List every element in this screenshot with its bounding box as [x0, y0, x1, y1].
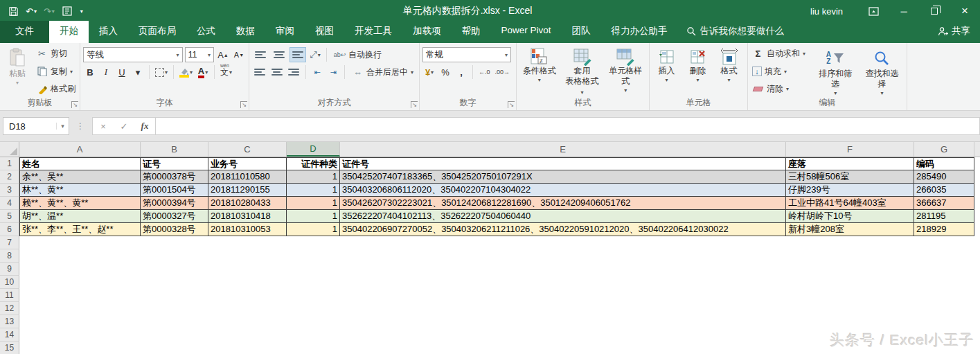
select-all-corner[interactable] — [0, 142, 19, 157]
tab-视图[interactable]: 视图 — [305, 21, 344, 43]
cell-B4[interactable]: 第0000394号 — [141, 197, 208, 210]
row-8-empty-area[interactable] — [19, 249, 980, 263]
row-header-12[interactable]: 12 — [0, 302, 19, 315]
column-header-B[interactable]: B — [141, 142, 208, 157]
formula-bar-splitter[interactable]: ⋮ — [69, 121, 92, 131]
row-6-empty-area[interactable] — [974, 223, 980, 236]
borders-button[interactable]: ▾ — [154, 64, 169, 80]
column-header-F[interactable]: F — [786, 142, 914, 157]
tab-页面布局[interactable]: 页面布局 — [128, 21, 186, 43]
cell-B3[interactable]: 第0001504号 — [141, 184, 208, 197]
row-4-empty-area[interactable] — [974, 197, 980, 210]
tab-得力办公助手[interactable]: 得力办公助手 — [601, 21, 678, 43]
tab-Power Pivot[interactable]: Power Pivot — [491, 21, 562, 43]
tab-帮助[interactable]: 帮助 — [452, 21, 491, 43]
insert-cells-button[interactable]: 插入 ▾ — [651, 45, 682, 98]
conditional-formatting-button[interactable]: ≠ 条件格式 ▾ — [518, 45, 561, 98]
close-button[interactable]: × — [950, 0, 980, 22]
cell-styles-button[interactable]: 单元格样式 ▾ — [603, 45, 648, 98]
user-name[interactable]: liu kevin — [810, 6, 843, 17]
fill-button[interactable]: ↓ 填充 ▾ — [749, 65, 812, 78]
undo-button[interactable]: ↶▾ — [26, 6, 37, 17]
format-painter-button[interactable]: 格式刷 — [33, 82, 78, 96]
phonetic-button[interactable]: wén文▾ — [219, 64, 233, 80]
cell-D5[interactable]: 1 — [287, 210, 340, 223]
column-header-G[interactable]: G — [914, 142, 974, 157]
restore-button[interactable] — [919, 0, 950, 22]
name-box[interactable]: D18 ▾ — [3, 117, 69, 135]
cell-C2[interactable]: 201811010580 — [208, 170, 287, 184]
decrease-indent-button[interactable]: ⇤ — [310, 64, 324, 80]
row-header-2[interactable]: 2 — [0, 170, 19, 184]
tab-插入[interactable]: 插入 — [89, 21, 128, 43]
alignment-dialog-launcher[interactable]: ↘ — [411, 101, 418, 108]
shrink-font-button[interactable]: A▼ — [232, 47, 246, 62]
minimize-button[interactable]: ─ — [889, 0, 919, 22]
customize-qat-button[interactable]: ▾ — [80, 8, 83, 15]
column-header-E[interactable]: E — [340, 142, 786, 157]
cell-C3[interactable]: 201811290155 — [208, 184, 287, 197]
cell-A4[interactable]: 赖**、黄**、黄** — [19, 197, 141, 210]
cell-A6[interactable]: 张**、李**、王**、赵** — [19, 223, 141, 236]
clear-button[interactable]: 清除 ▾ — [749, 82, 812, 96]
accounting-format-button[interactable]: ¥▾ — [422, 64, 436, 80]
cell-D1[interactable]: 证件种类 — [287, 157, 340, 170]
align-top-button[interactable] — [252, 47, 269, 62]
cell-E1[interactable]: 证件号 — [340, 157, 786, 170]
align-right-button[interactable] — [286, 64, 301, 80]
orientation-button[interactable]: ⤢▾ — [308, 47, 322, 62]
cell-A2[interactable]: 余**、吴** — [19, 170, 141, 184]
row-header-7[interactable]: 7 — [0, 236, 19, 249]
cell-B5[interactable]: 第0000327号 — [141, 210, 208, 223]
row-13-empty-area[interactable] — [19, 315, 980, 328]
number-format-combo[interactable]: 常规 ▾ — [422, 47, 511, 62]
column-header-D[interactable]: D — [287, 142, 340, 157]
cell-E2[interactable]: 350425207407183365、35042520750107291X — [340, 170, 786, 184]
number-dialog-launcher[interactable]: ↘ — [508, 101, 515, 108]
delete-cells-button[interactable]: 删除 ▾ — [682, 45, 713, 98]
cell-B1[interactable]: 证号 — [141, 157, 208, 170]
cell-C6[interactable]: 201810310053 — [208, 223, 287, 236]
cell-D6[interactable]: 1 — [287, 223, 340, 236]
insert-function-button[interactable]: fx — [134, 121, 155, 132]
cell-E5[interactable]: 352622207404102113、352622207504060440 — [340, 210, 786, 223]
comma-button[interactable]: , — [454, 64, 468, 80]
row-header-3[interactable]: 3 — [0, 184, 19, 197]
ribbon-display-options-button[interactable] — [858, 0, 889, 22]
clipboard-dialog-launcher[interactable]: ↘ — [71, 101, 78, 108]
tab-数据[interactable]: 数据 — [226, 21, 265, 43]
tab-开发工具[interactable]: 开发工具 — [344, 21, 402, 43]
underline-options-button[interactable]: ▾ — [131, 64, 145, 80]
row-header-5[interactable]: 5 — [0, 210, 19, 223]
increase-indent-button[interactable]: ⇥ — [326, 64, 340, 80]
row-header-4[interactable]: 4 — [0, 197, 19, 210]
font-name-combo[interactable]: 等线 ▾ — [83, 47, 183, 62]
paste-button[interactable]: 粘贴 ▾ — [1, 45, 33, 98]
tab-团队[interactable]: 团队 — [562, 21, 601, 43]
row-header-6[interactable]: 6 — [0, 223, 19, 236]
tab-公式[interactable]: 公式 — [186, 21, 226, 43]
row-7-empty-area[interactable] — [19, 236, 980, 249]
row-header-11[interactable]: 11 — [0, 289, 19, 302]
font-size-combo[interactable]: 11 ▾ — [185, 47, 214, 62]
align-left-button[interactable] — [252, 64, 267, 80]
cell-C4[interactable]: 201810280433 — [208, 197, 287, 210]
name-box-caret-icon[interactable]: ▾ — [56, 123, 69, 130]
formula-input[interactable] — [156, 117, 980, 135]
row-header-15[interactable]: 15 — [0, 342, 19, 354]
cell-G4[interactable]: 366637 — [914, 197, 974, 210]
merge-center-button[interactable]: ⇔ 合并后居中 ▾ — [349, 66, 416, 79]
tell-me-search[interactable]: 告诉我你想要做什么 — [678, 21, 793, 43]
find-select-button[interactable]: 查找和选择 ▾ — [859, 45, 905, 98]
cell-G1[interactable]: 编码 — [914, 157, 974, 170]
format-cells-button[interactable]: 格式 ▾ — [713, 45, 745, 98]
percent-button[interactable]: % — [438, 64, 452, 80]
cell-G2[interactable]: 285490 — [914, 170, 974, 184]
save-button[interactable] — [8, 6, 19, 17]
cell-G6[interactable]: 218929 — [914, 223, 974, 236]
cell-F1[interactable]: 座落 — [786, 157, 914, 170]
row-10-empty-area[interactable] — [19, 276, 980, 289]
align-bottom-button[interactable] — [289, 47, 306, 62]
bold-button[interactable]: B — [83, 64, 97, 80]
cut-button[interactable]: ✂ 剪切 — [33, 47, 78, 60]
